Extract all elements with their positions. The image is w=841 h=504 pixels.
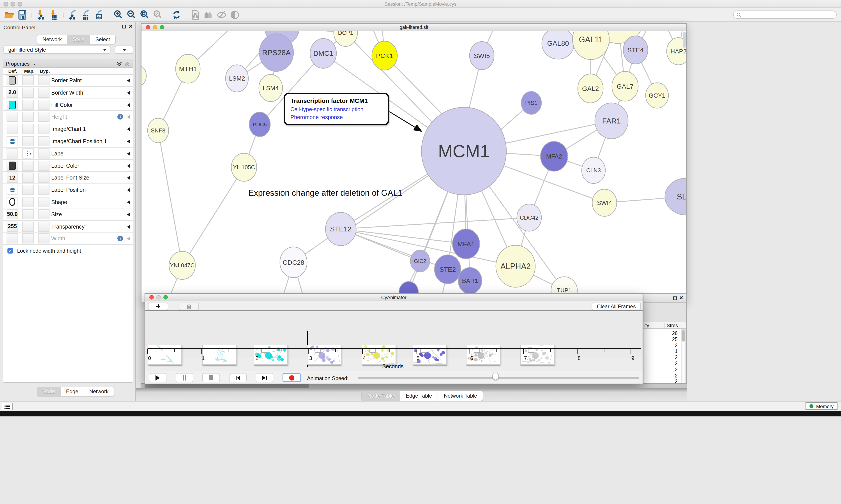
table-cell[interactable]: 1: [660, 349, 678, 354]
style-options-button[interactable]: [115, 46, 133, 54]
memory-button[interactable]: Memory: [806, 402, 838, 410]
network-node-ynl047c[interactable]: YNL047C: [169, 251, 195, 280]
network-node-ste4[interactable]: STE4: [623, 36, 648, 64]
minimize-icon[interactable]: [156, 295, 161, 300]
property-row-width[interactable]: Widthi: [3, 233, 133, 245]
zoom-window-icon[interactable]: [18, 2, 22, 6]
close-panel-icon[interactable]: ✕: [679, 295, 683, 301]
network-node-gic2[interactable]: GIC2: [410, 250, 430, 272]
refresh-icon[interactable]: [170, 9, 183, 21]
property-row-label-color[interactable]: Label Color: [3, 160, 133, 172]
network-node-rps28a[interactable]: RPS28A: [259, 34, 293, 71]
table-cell[interactable]: 26: [660, 330, 678, 336]
record-button[interactable]: [283, 373, 301, 382]
close-panel-icon[interactable]: ✕: [129, 24, 133, 29]
zoom-in-icon[interactable]: [112, 9, 125, 21]
network-node-pck1[interactable]: PCK1: [372, 41, 397, 70]
network-node-far1[interactable]: FAR1: [595, 103, 628, 139]
expand-row-icon[interactable]: [127, 176, 130, 180]
network-node-swi4[interactable]: SWI4: [592, 189, 617, 216]
zoom-out-icon[interactable]: [125, 9, 138, 21]
collapse-all-icon[interactable]: [124, 61, 130, 67]
tab-style[interactable]: Style: [68, 35, 90, 44]
network-node-pdc5[interactable]: PDC5: [249, 112, 270, 137]
minimize-icon[interactable]: [153, 25, 157, 29]
tab-node[interactable]: Node: [37, 387, 61, 396]
table-cell[interactable]: 2: [660, 373, 678, 378]
expand-row-icon[interactable]: [127, 152, 130, 156]
next-frame-button[interactable]: [256, 373, 273, 382]
close-icon[interactable]: [149, 295, 154, 300]
network-node-pis1[interactable]: PIS1: [521, 91, 541, 114]
stop-button[interactable]: [202, 373, 220, 382]
expand-row-icon[interactable]: [127, 91, 130, 94]
tab-network-bottom[interactable]: Network: [84, 387, 114, 396]
expand-row-icon[interactable]: [127, 213, 130, 216]
network-node-cdc28[interactable]: CDC28: [280, 247, 307, 277]
expand-row-icon[interactable]: [127, 115, 130, 119]
network-node-gcy1[interactable]: GCY1: [646, 83, 668, 108]
export-table-icon[interactable]: [80, 9, 93, 21]
doc-network-icon[interactable]: [189, 9, 202, 21]
network-node-gal2[interactable]: GAL2: [578, 74, 603, 103]
info-icon[interactable]: i: [118, 236, 123, 241]
property-row-image-chart-position-1[interactable]: Image/Chart Position 1: [3, 135, 133, 147]
expand-row-icon[interactable]: [127, 201, 130, 204]
network-node-gal7[interactable]: GAL7: [612, 71, 638, 101]
network-node-gal80[interactable]: GAL80: [542, 31, 574, 59]
style-selector[interactable]: galFiltered Style: [3, 46, 110, 54]
cyanimator-titlebar[interactable]: CyAnimator: [145, 294, 643, 301]
lock-checkbox[interactable]: ✓: [7, 248, 13, 254]
property-row-label-position[interactable]: Label Position: [3, 184, 133, 196]
property-row-size[interactable]: 50.0Size: [3, 209, 133, 221]
expand-all-icon[interactable]: [117, 61, 122, 67]
panel-menu-button[interactable]: [2, 403, 13, 410]
network-vscrollbar[interactable]: [683, 32, 686, 71]
table-cell[interactable]: 2: [660, 367, 678, 372]
zoom-icon[interactable]: [163, 295, 168, 300]
hide-icon[interactable]: [215, 9, 228, 21]
info-icon[interactable]: i: [118, 114, 123, 120]
find-icon[interactable]: [202, 9, 215, 21]
property-row-fill-color[interactable]: Fill Color: [3, 99, 133, 111]
network-node-cln3[interactable]: CLN3: [582, 157, 605, 183]
network-node-ste12[interactable]: STE12: [325, 212, 356, 246]
expand-row-icon[interactable]: [127, 79, 130, 82]
network-node-mfa2[interactable]: MFA2: [540, 141, 568, 171]
network-node-mfa1[interactable]: MFA1: [452, 229, 480, 259]
network-node-bar1[interactable]: BAR1: [458, 268, 482, 294]
property-row-image-chart-1[interactable]: Image/Chart 1: [3, 123, 133, 135]
network-node-alpha2[interactable]: ALPHA2: [496, 245, 535, 287]
zoom-fit-icon[interactable]: [138, 9, 151, 21]
network-node-mth1[interactable]: MTH1: [176, 54, 200, 83]
delete-frame-button[interactable]: [179, 303, 199, 310]
close-icon[interactable]: [146, 25, 150, 29]
export-image-icon[interactable]: [93, 9, 106, 21]
search-input[interactable]: [733, 11, 837, 19]
minimize-window-icon[interactable]: [11, 2, 15, 6]
table-cell[interactable]: 2: [660, 361, 678, 366]
expand-row-icon[interactable]: [127, 225, 130, 228]
expand-row-icon[interactable]: [127, 164, 130, 167]
table-vscrollbar[interactable]: [682, 330, 685, 384]
eye-icon[interactable]: [228, 9, 241, 21]
annotation-link-1[interactable]: Cell-type-specific transcription: [290, 106, 382, 113]
float-panel-icon[interactable]: [122, 25, 126, 29]
property-row-transparency[interactable]: 255Transparency: [3, 220, 133, 233]
network-canvas[interactable]: RPS28BDCP1RPS28ADMC1PCK1SWI5GAL80GAL11ST…: [142, 31, 686, 302]
expand-row-icon[interactable]: [127, 140, 130, 143]
annotation-link-2[interactable]: Pheromone response: [290, 113, 382, 121]
network-node-mcm1[interactable]: MCM1: [422, 107, 506, 195]
float-panel-icon[interactable]: [673, 296, 677, 300]
table-cell[interactable]: 2: [660, 355, 678, 360]
property-row-label[interactable]: ⋮›Label: [3, 147, 133, 160]
export-network-icon[interactable]: [67, 9, 80, 21]
mcm1-annotation[interactable]: Transcription factor MCM1 Cell-type-spec…: [284, 93, 389, 125]
network-node-cdc42[interactable]: CDC42: [517, 204, 541, 231]
network-window-titlebar[interactable]: galFiltered.sif: [142, 24, 686, 31]
property-row-height[interactable]: Heighti: [3, 111, 133, 123]
table-hscrollbar[interactable]: [141, 383, 687, 388]
play-button[interactable]: [149, 373, 166, 382]
network-node-lsm2[interactable]: LSM2: [226, 65, 248, 92]
add-frame-button[interactable]: [148, 303, 168, 310]
